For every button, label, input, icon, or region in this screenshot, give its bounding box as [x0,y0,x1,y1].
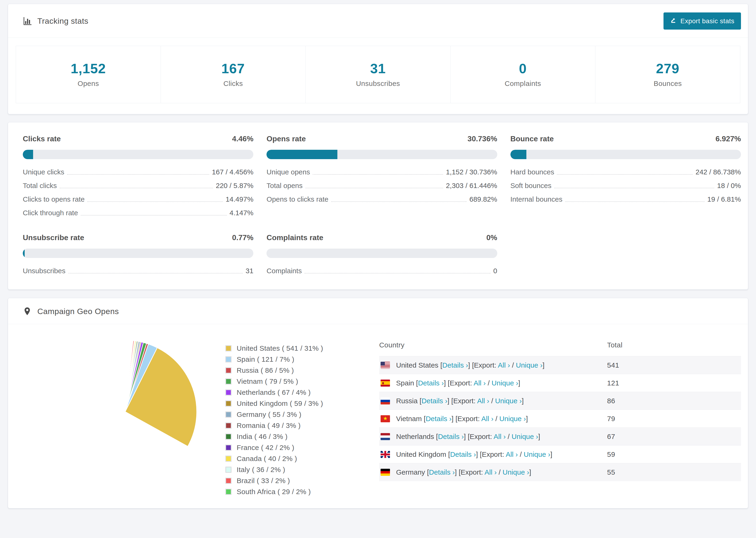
rate-detail-row: Unique opens 1,152 / 30.736% [266,169,497,176]
export-all-link[interactable]: All › [494,433,506,440]
legend-label: Brazil ( 33 / 2% ) [237,477,290,485]
rate-row-value: 1,152 / 30.736% [446,169,497,176]
details-link[interactable]: Details › [429,468,455,476]
dotted-leader [87,199,223,202]
column-header-country: Country [379,337,607,356]
rate-detail-row: Click through rate 4.147% [23,209,253,216]
rate-row-label: Clicks to opens rate [23,196,84,203]
rate-value: 6.927% [715,134,741,143]
geo-table-row: Spain [Details ›] [Export: All › / Uniqu… [379,374,741,392]
rate-detail-row: Total opens 2,303 / 61.446% [266,182,497,189]
details-link[interactable]: Details › [418,379,444,387]
legend-item: South Africa ( 29 / 2% ) [225,488,360,496]
ru-flag-icon [381,398,390,404]
export-basic-stats-button[interactable]: Export basic stats [664,13,741,29]
legend-item: Vietnam ( 79 / 5% ) [225,377,360,385]
legend-item: Canada ( 40 / 2% ) [225,455,360,463]
export-all-link[interactable]: All › [498,361,510,369]
legend-label: Spain ( 121 / 7% ) [237,355,295,363]
rate-value: 4.46% [232,134,253,143]
country-name-and-links: Netherlands [Details ›] [Export: All › /… [396,433,540,441]
legend-label: Russia ( 86 / 5% ) [237,366,294,374]
legend-swatch [225,389,232,396]
progress-bar-fill [266,150,337,159]
country-total: 121 [607,374,741,392]
country-total: 86 [607,392,741,410]
dotted-leader [331,199,466,202]
dotted-leader [554,186,714,188]
rate-row-label: Unsubscribes [23,267,66,274]
export-all-link[interactable]: All › [473,379,486,387]
progress-bar-fill [511,150,526,159]
details-link[interactable]: Details › [438,433,464,440]
rate-row-value: 18 / 0% [717,182,741,189]
export-unique-link[interactable]: Unique › [499,415,526,422]
rate-row-label: Hard bounces [511,169,554,176]
rate-value: 30.736% [467,134,497,143]
legend-swatch [225,467,232,473]
stat-value: 279 [595,61,740,76]
dotted-leader [565,199,704,202]
stat-label: Clicks [161,80,305,87]
rate-row-value: 2,303 / 61.446% [446,182,497,189]
export-unique-link[interactable]: Unique › [512,433,538,440]
stats-summary-row: 1,152 Opens 167 Clicks 31 Unsubscribes 0… [16,46,740,103]
details-link[interactable]: Details › [421,397,447,405]
legend-label: United States ( 541 / 31% ) [237,344,323,352]
rate-row-value: 0 [493,267,497,274]
progress-bar-track [266,150,497,159]
export-unique-link[interactable]: Unique › [492,379,518,387]
tracking-stats-title: Tracking stats [37,17,88,26]
rate-row-value: 220 / 5.87% [216,182,253,189]
vn-flag-icon [381,415,390,422]
geo-pie-chart [53,339,198,499]
legend-item: Italy ( 36 / 2% ) [225,466,360,474]
rate-row-value: 689.82% [469,196,497,203]
legend-label: France ( 42 / 2% ) [237,444,295,452]
legend-label: Netherlands ( 67 / 4% ) [237,389,311,397]
rate-detail-row: Total clicks 220 / 5.87% [23,182,253,189]
export-button-label: Export basic stats [680,17,734,25]
details-link[interactable]: Details › [450,451,476,458]
legend-swatch [225,401,232,406]
legend-label: Germany ( 55 / 3% ) [237,410,301,418]
rate-row-label: Internal bounces [511,196,563,203]
rates-card: Clicks rate 4.46% Unique clicks 167 / 4.… [8,122,748,290]
legend-label: South Africa ( 29 / 2% ) [237,488,311,496]
legend-item: India ( 46 / 3% ) [225,433,360,441]
export-unique-link[interactable]: Unique › [503,468,529,476]
legend-label: Romania ( 49 / 3% ) [237,422,300,430]
export-all-link[interactable]: All › [481,415,494,422]
column-header-total: Total [607,337,741,356]
rate-title: Complaints rate [266,233,323,242]
geo-legend: United States ( 541 / 31% ) Spain ( 121 … [225,344,360,499]
export-unique-link[interactable]: Unique › [516,361,542,369]
us-flag-icon [381,362,390,369]
legend-label: United Kingdom ( 59 / 3% ) [237,400,323,407]
legend-item: Netherlands ( 67 / 4% ) [225,389,360,397]
export-unique-link[interactable]: Unique › [524,451,550,458]
details-link[interactable]: Details › [426,415,452,422]
export-unique-link[interactable]: Unique › [495,397,522,405]
geo-content: United States ( 541 / 31% ) Spain ( 121 … [8,324,748,508]
rate-title: Unsubscribe rate [23,233,84,242]
stat-label: Unsubscribes [306,80,450,87]
details-link[interactable]: Details › [442,361,468,369]
progress-bar-track [511,150,741,159]
rate-detail-row: Complaints 0 [266,267,497,274]
country-total: 79 [607,410,741,428]
rate-group: Opens rate 30.736% Unique opens 1,152 / … [266,134,497,216]
country-name-and-links: Spain [Details ›] [Export: All › / Uniqu… [396,379,520,387]
stat-value: 0 [451,61,595,76]
dotted-leader [557,172,693,175]
geo-table-row: Russia [Details ›] [Export: All › / Uniq… [379,392,741,410]
rate-title: Bounce rate [511,134,554,143]
export-all-link[interactable]: All › [477,397,489,405]
export-all-link[interactable]: All › [506,451,518,458]
rate-title: Clicks rate [23,134,61,143]
geo-table-container: Country Total United States [Details ›] … [379,337,741,489]
export-all-link[interactable]: All › [485,468,497,476]
country-name-and-links: Vietnam [Details ›] [Export: All › / Uni… [396,415,528,423]
de-flag-icon [381,469,390,476]
rate-title: Opens rate [266,134,306,143]
